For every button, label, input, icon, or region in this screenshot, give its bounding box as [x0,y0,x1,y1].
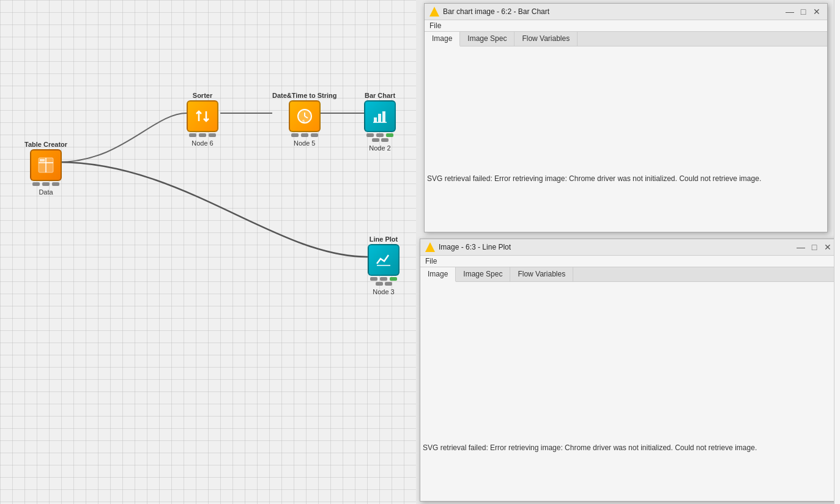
node-datetime-title: Date&Time to String [272,92,337,99]
node-lineplot-box[interactable] [368,244,400,276]
node-barchart[interactable]: Bar Chart Node 2 [364,92,396,152]
dialog-barchart-error: SVG retrieval failed: Error retrieving i… [427,174,761,183]
svg-rect-11 [378,114,381,122]
node-table-creator-ports [32,182,59,186]
warning-icon-barchart [429,7,439,17]
dialog-lineplot[interactable]: Image - 6:3 - Line Plot — □ ✕ File Image… [420,239,839,502]
tab-barchart-imagespec[interactable]: Image Spec [460,32,515,46]
datetime-port-1 [291,133,299,137]
lineplot-port-1 [370,277,377,281]
dialog-lineplot-titlebar[interactable]: Image - 6:3 - Line Plot — □ ✕ [420,239,838,256]
node-sorter-sublabel: Node 6 [191,139,213,147]
barchart-icon [371,108,388,125]
node-datetime[interactable]: Date&Time to String S Node 5 [272,92,337,147]
node-sorter-title: Sorter [193,92,212,99]
dialog-lineplot-menubar[interactable]: File [420,256,838,267]
dialog-barchart-controls: — □ ✕ [784,6,822,17]
svg-rect-3 [40,159,45,161]
dialog-barchart-maximize[interactable]: □ [798,6,809,17]
node-barchart-title: Bar Chart [365,92,395,99]
barchart-port-1 [366,133,374,137]
datetime-port-2 [301,133,308,137]
node-barchart-sublabel: Node 2 [369,144,390,152]
datetime-port-3 [311,133,318,137]
barchart-bottom-port-1 [372,138,379,142]
tab-lineplot-flowvars[interactable]: Flow Variables [510,267,573,281]
node-table-creator[interactable]: Table Creator Data [24,141,67,196]
dialog-lineplot-maximize[interactable]: □ [809,242,820,253]
node-lineplot-title: Line Plot [370,235,398,243]
dialog-barchart-file-menu[interactable]: File [429,21,441,30]
node-datetime-sublabel: Node 5 [294,139,315,147]
lineplot-port-3 [390,277,397,281]
sorter-port-3 [209,133,216,137]
lineplot-port-2 [380,277,387,281]
svg-text:S: S [302,119,305,123]
dialog-lineplot-content: SVG retrieval failed: Error retrieving i… [420,282,838,501]
node-barchart-ports [366,133,393,137]
node-lineplot-sublabel: Node 3 [373,288,394,295]
node-lineplot[interactable]: Line Plot Node 3 [368,235,400,295]
sorter-port-1 [189,133,196,137]
node-datetime-box[interactable]: S [289,100,321,132]
dialog-barchart-close[interactable]: ✕ [811,6,822,17]
dialog-barchart-minimize[interactable]: — [784,6,795,17]
tab-lineplot-imagespec[interactable]: Image Spec [456,267,510,281]
datetime-icon: S [296,108,313,125]
dialog-lineplot-tabs: Image Image Spec Flow Variables [420,267,838,282]
workflow-canvas[interactable]: Table Creator Data Sorter [0,0,416,504]
dialog-lineplot-close[interactable]: ✕ [822,242,833,253]
barchart-port-2 [376,133,384,137]
dialog-barchart-titlebar[interactable]: Bar chart image - 6:2 - Bar Chart — □ ✕ [425,4,827,20]
dialog-lineplot-error: SVG retrieval failed: Error retrieving i… [423,443,757,452]
port-gray-2 [42,182,50,186]
node-lineplot-ports [370,277,397,281]
warning-icon-lineplot [425,242,435,252]
node-sorter-ports [189,133,216,137]
tab-barchart-flowvars[interactable]: Flow Variables [515,32,578,46]
table-creator-icon [37,157,54,174]
port-gray-1 [32,182,40,186]
barchart-bottom-port-2 [381,138,388,142]
dialog-barchart[interactable]: Bar chart image - 6:2 - Bar Chart — □ ✕ … [424,3,828,232]
dialog-lineplot-controls: — □ ✕ [795,242,833,253]
svg-rect-12 [382,111,385,122]
node-sorter[interactable]: Sorter Node 6 [187,92,218,147]
port-gray-3 [52,182,59,186]
node-barchart-box[interactable] [364,100,396,132]
barchart-port-3 [386,133,393,137]
node-datetime-ports [291,133,318,137]
connections-svg [0,0,416,504]
node-table-creator-box[interactable] [30,149,62,181]
tab-lineplot-image[interactable]: Image [420,267,456,282]
dialog-lineplot-file-menu[interactable]: File [425,257,437,265]
dialog-barchart-menubar[interactable]: File [425,20,827,32]
node-table-creator-title: Table Creator [24,141,67,148]
dialog-barchart-content: SVG retrieval failed: Error retrieving i… [425,46,827,232]
dialog-lineplot-title: Image - 6:3 - Line Plot [439,243,792,251]
lineplot-bottom-port-2 [385,282,392,286]
svg-rect-10 [374,117,377,122]
sorter-icon [194,108,211,125]
sorter-port-2 [199,133,206,137]
lineplot-icon [375,251,392,269]
dialog-barchart-tabs: Image Image Spec Flow Variables [425,32,827,46]
dialog-barchart-title: Bar chart image - 6:2 - Bar Chart [443,7,781,16]
right-panel-edge [834,0,840,504]
dialog-lineplot-minimize[interactable]: — [795,242,806,253]
node-table-creator-sublabel: Data [39,188,53,196]
lineplot-bottom-port-1 [376,282,383,286]
node-sorter-box[interactable] [187,100,218,132]
tab-barchart-image[interactable]: Image [425,32,460,46]
